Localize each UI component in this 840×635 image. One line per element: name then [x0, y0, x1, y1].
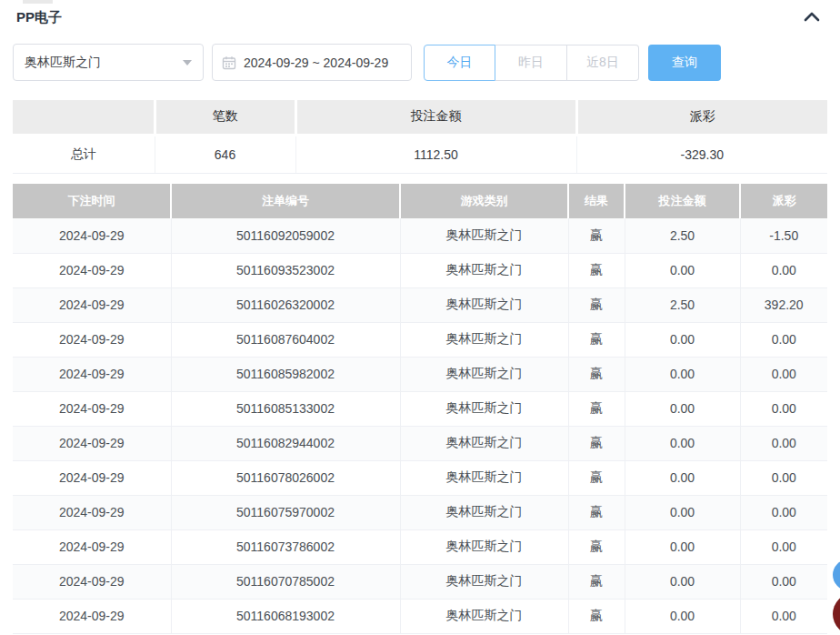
last-8-days-button[interactable]: 近8日	[567, 45, 639, 81]
table-row: 2024-09-2950116092059002奥林匹斯之门赢2.50-1.50	[13, 218, 827, 253]
cell-order-no: 50116092059002	[171, 218, 400, 253]
table-row: 2024-09-2950116087604002奥林匹斯之门赢0.000.00	[13, 322, 827, 357]
yesterday-button[interactable]: 昨日	[495, 45, 567, 81]
cell-bet-amount: 0.00	[625, 495, 740, 529]
cell-bet-time: 2024-09-29	[13, 599, 171, 633]
cell-result: 赢	[568, 218, 625, 253]
cell-result: 赢	[568, 599, 625, 633]
cell-bet-time: 2024-09-29	[13, 253, 171, 287]
cell-bet-time: 2024-09-29	[13, 218, 171, 253]
cell-payout: 392.20	[740, 287, 827, 322]
cell-bet-amount: 0.00	[625, 599, 740, 633]
cell-payout: 0.00	[740, 357, 827, 391]
date-range-picker[interactable]: 2024-09-29 ~ 2024-09-29	[212, 44, 412, 81]
col-header-payout: 派彩	[740, 184, 827, 218]
cell-game-category: 奥林匹斯之门	[400, 322, 568, 357]
table-header-row: 下注时间 注单编号 游戏类别 结果 投注金额 派彩	[13, 184, 827, 218]
cell-game-category: 奥林匹斯之门	[400, 460, 568, 495]
cell-result: 赢	[568, 495, 625, 529]
cell-game-category: 奥林匹斯之门	[400, 495, 568, 529]
cell-payout: 0.00	[740, 391, 827, 426]
summary-table: 笔数 投注金额 派彩 总计 646 1112.50 -329.30	[13, 100, 827, 174]
summary-total-bet-amount: 1112.50	[295, 135, 576, 173]
cell-bet-amount: 0.00	[625, 564, 740, 599]
summary-total-count: 646	[155, 135, 295, 173]
cell-result: 赢	[568, 357, 625, 391]
cell-game-category: 奥林匹斯之门	[400, 426, 568, 460]
cutoff-element-stub	[23, 0, 53, 4]
page-title: PP电子	[16, 8, 827, 26]
cell-bet-time: 2024-09-29	[13, 495, 171, 529]
cell-result: 赢	[568, 426, 625, 460]
cell-order-no: 50116078026002	[171, 460, 400, 495]
cell-game-category: 奥林匹斯之门	[400, 529, 568, 564]
pp-electronic-panel: PP电子 奥林匹斯之门	[0, 0, 840, 635]
game-select-value: 奥林匹斯之门	[25, 55, 177, 71]
cell-order-no: 50116068193002	[171, 599, 400, 633]
cell-bet-amount: 2.50	[625, 287, 740, 322]
col-header-bet-time: 下注时间	[13, 184, 171, 218]
table-row: 2024-09-2950116068193002奥林匹斯之门赢0.000.00	[13, 599, 827, 633]
table-row: 2024-09-2950116093523002奥林匹斯之门赢0.000.00	[13, 253, 827, 287]
cell-bet-time: 2024-09-29	[13, 322, 171, 357]
cell-result: 赢	[568, 529, 625, 564]
cell-payout: 0.00	[740, 599, 827, 633]
caret-down-icon	[183, 60, 192, 66]
chevron-up-icon[interactable]	[802, 8, 822, 26]
cell-bet-amount: 0.00	[625, 322, 740, 357]
col-header-order-no: 注单编号	[171, 184, 400, 218]
cell-payout: 0.00	[740, 564, 827, 599]
cell-result: 赢	[568, 322, 625, 357]
game-select[interactable]: 奥林匹斯之门	[13, 44, 204, 81]
summary-total-payout: -329.30	[576, 135, 827, 173]
summary-header-bet-amount: 投注金额	[295, 100, 576, 135]
cell-order-no: 50116075970002	[171, 495, 400, 529]
cell-game-category: 奥林匹斯之门	[400, 287, 568, 322]
table-row: 2024-09-2950116085982002奥林匹斯之门赢0.000.00	[13, 357, 827, 391]
col-header-game-category: 游戏类别	[400, 184, 568, 218]
cell-payout: 0.00	[740, 322, 827, 357]
cell-game-category: 奥林匹斯之门	[400, 599, 568, 633]
table-row: 2024-09-2950116082944002奥林匹斯之门赢0.000.00	[13, 426, 827, 460]
quick-date-button-group: 今日 昨日 近8日	[424, 45, 639, 81]
cell-order-no: 50116082944002	[171, 426, 400, 460]
date-range-value: 2024-09-29 ~ 2024-09-29	[244, 55, 388, 70]
search-button[interactable]: 查询	[648, 45, 721, 81]
cell-bet-amount: 0.00	[625, 357, 740, 391]
col-header-result: 结果	[568, 184, 625, 218]
cell-payout: 0.00	[740, 426, 827, 460]
table-row: 2024-09-2950116070785002奥林匹斯之门赢0.000.00	[13, 564, 827, 599]
panel-header: PP电子	[16, 8, 827, 28]
filter-bar: 奥林匹斯之门 2024-09-29 ~ 2024-09-29	[13, 44, 721, 81]
cell-order-no: 50116073786002	[171, 529, 400, 564]
cell-bet-amount: 0.00	[625, 253, 740, 287]
cell-payout: 0.00	[740, 253, 827, 287]
cell-result: 赢	[568, 564, 625, 599]
cell-order-no: 50116070785002	[171, 564, 400, 599]
cell-payout: -1.50	[740, 218, 827, 253]
summary-header-payout: 派彩	[576, 100, 827, 135]
table-row: 2024-09-2950116026320002奥林匹斯之门赢2.50392.2…	[13, 287, 827, 322]
cell-result: 赢	[568, 253, 625, 287]
cell-bet-amount: 0.00	[625, 529, 740, 564]
cell-game-category: 奥林匹斯之门	[400, 253, 568, 287]
cell-game-category: 奥林匹斯之门	[400, 391, 568, 426]
cell-payout: 0.00	[740, 460, 827, 495]
cell-bet-amount: 0.00	[625, 391, 740, 426]
bet-records-table: 下注时间 注单编号 游戏类别 结果 投注金额 派彩 2024-09-295011…	[13, 184, 827, 634]
floating-button-dark-red[interactable]	[833, 593, 840, 635]
cell-game-category: 奥林匹斯之门	[400, 357, 568, 391]
cell-payout: 0.00	[740, 495, 827, 529]
cell-order-no: 50116085982002	[171, 357, 400, 391]
today-button[interactable]: 今日	[424, 45, 495, 81]
table-row: 2024-09-2950116085133002奥林匹斯之门赢0.000.00	[13, 391, 827, 426]
summary-total-row: 总计 646 1112.50 -329.30	[13, 135, 827, 173]
floating-button-blue[interactable]	[833, 559, 840, 590]
cell-game-category: 奥林匹斯之门	[400, 564, 568, 599]
cell-result: 赢	[568, 287, 625, 322]
summary-header-row: 笔数 投注金额 派彩	[13, 100, 827, 135]
summary-total-label: 总计	[13, 135, 155, 173]
cell-bet-time: 2024-09-29	[13, 391, 171, 426]
cell-order-no: 50116026320002	[171, 287, 400, 322]
cell-order-no: 50116093523002	[171, 253, 400, 287]
